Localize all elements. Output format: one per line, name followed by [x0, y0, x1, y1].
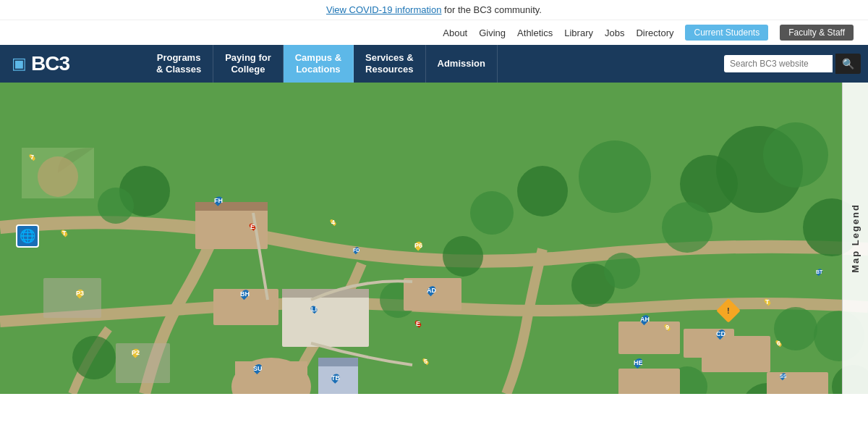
pin-P6[interactable]: P6 [414, 242, 422, 249]
util-giving[interactable]: Giving [479, 28, 506, 38]
nav-services[interactable]: Services &Resources [354, 45, 426, 83]
pin-T2[interactable]: T [765, 298, 770, 306]
svg-rect-38 [767, 372, 828, 394]
util-athletics[interactable]: Athletics [517, 28, 553, 38]
pin-5[interactable]: 5 [424, 358, 427, 365]
pin-LI[interactable]: LI [311, 306, 317, 313]
svg-rect-36 [618, 369, 680, 394]
main-nav: ▣ BC3 Programs& Classes Paying forColleg… [0, 45, 868, 83]
nav-items: Programs& Classes Paying forCollege Camp… [145, 45, 717, 83]
pin-HE[interactable]: HE [634, 359, 643, 366]
covid-link[interactable]: View COVID-19 information [326, 4, 441, 15]
pin-P2[interactable]: P2 [132, 349, 140, 356]
announcement-text: for the BC3 community. [444, 4, 542, 15]
svg-rect-31 [318, 358, 358, 366]
pin-SU[interactable]: SU [253, 365, 263, 372]
svg-point-15 [98, 188, 134, 224]
util-about[interactable]: About [443, 28, 467, 38]
svg-point-12 [443, 236, 483, 277]
pin-TB[interactable]: TB [331, 374, 340, 382]
util-directory[interactable]: Directory [636, 28, 673, 38]
current-students-button[interactable]: Current Students [685, 25, 768, 41]
pin-P3[interactable]: P3 [76, 290, 84, 297]
svg-rect-35 [618, 321, 680, 354]
svg-point-9 [662, 202, 712, 253]
svg-point-7 [470, 191, 514, 235]
pin-CD[interactable]: CD [716, 330, 726, 337]
svg-rect-29 [235, 361, 307, 394]
pin-E1[interactable]: E [250, 223, 255, 230]
svg-point-5 [579, 140, 651, 213]
pin-4[interactable]: 4 [331, 219, 335, 226]
svg-rect-41 [43, 278, 101, 318]
svg-point-6 [517, 166, 568, 216]
faculty-staff-button[interactable]: Faculty & Staff [780, 25, 854, 41]
svg-rect-24 [195, 202, 268, 211]
nav-paying[interactable]: Paying forCollege [213, 45, 284, 83]
svg-point-11 [604, 253, 640, 289]
announcement-bar: View COVID-19 information for the BC3 co… [0, 0, 868, 20]
logo-area[interactable]: ▣ BC3 [0, 45, 145, 83]
search-area: 🔍 [717, 45, 868, 83]
search-button[interactable]: 🔍 [835, 54, 861, 74]
pin-9[interactable]: 9 [665, 324, 669, 331]
pin-FH[interactable]: FH [214, 197, 223, 204]
svg-rect-42 [116, 343, 170, 383]
svg-rect-39 [684, 329, 734, 358]
search-input[interactable] [724, 55, 833, 72]
svg-point-16 [72, 336, 116, 379]
pin-BH[interactable]: BH [240, 290, 250, 298]
pin-FD[interactable]: FD [353, 248, 359, 253]
nav-admission[interactable]: Admission [426, 45, 498, 83]
nav-programs[interactable]: Programs& Classes [145, 45, 213, 83]
svg-point-40 [38, 156, 78, 197]
globe-icon[interactable]: 🌐 [16, 224, 39, 248]
campus-map-svg [0, 83, 868, 394]
map-container: Map Legend 🌐 FH BH LI SU TB AD AH CD HE … [0, 83, 868, 394]
svg-point-3 [763, 122, 828, 188]
utility-nav: About Giving Athletics Library Jobs Dire… [0, 20, 868, 45]
pin-6[interactable]: 6 [777, 340, 780, 347]
nav-campus[interactable]: Campus &Locations [284, 45, 354, 83]
pin-7[interactable]: 7 [30, 154, 34, 161]
pin-BT[interactable]: BT [816, 269, 822, 274]
pin-E2[interactable]: E [416, 320, 420, 327]
svg-rect-26 [282, 296, 369, 347]
pin-SS[interactable]: SS [780, 374, 786, 379]
util-library[interactable]: Library [564, 28, 593, 38]
legend-label: Map Legend [850, 203, 861, 273]
map-legend[interactable]: Map Legend [842, 83, 868, 394]
logo-text: BC3 [31, 52, 69, 75]
util-jobs[interactable]: Jobs [605, 28, 624, 38]
logo-icon: ▣ [12, 54, 27, 73]
pin-T1[interactable]: T [62, 230, 67, 237]
pin-AH[interactable]: AH [640, 316, 650, 323]
pin-AD[interactable]: AD [427, 287, 436, 294]
